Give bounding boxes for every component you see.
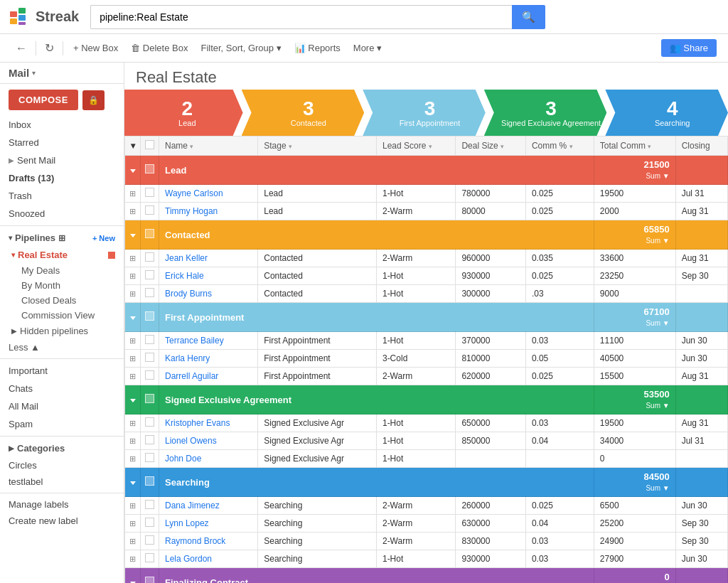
mail-header[interactable]: Mail ▾ (0, 63, 124, 84)
col-header-lead-score[interactable]: Lead Score ▾ (376, 137, 455, 156)
sidebar-item-testlabel[interactable]: testlabel (0, 474, 124, 490)
filter-sort-group-button[interactable]: Filter, Sort, Group ▾ (195, 40, 287, 56)
table-row[interactable]: ⊞ Dana Jimenez Searching 2-Warm 260000 0… (125, 497, 728, 515)
categories-section[interactable]: ▶ Categories (0, 439, 124, 457)
sidebar-item-sent[interactable]: ▶ Sent Mail (0, 151, 124, 169)
table-row[interactable]: ⊞ Wayne Carlson Lead 1-Hot 780000 0.025 … (125, 185, 728, 203)
sidebar-item-closed-deals[interactable]: Closed Deals (0, 293, 124, 308)
sidebar-item-inbox[interactable]: Inbox (0, 116, 124, 134)
group-chevron[interactable] (125, 385, 141, 414)
stage-first-appointment[interactable]: 3 First Appointment (363, 90, 486, 136)
table-row[interactable]: ⊞ Jean Keller Contacted 2-Warm 960000 0.… (125, 250, 728, 267)
table-row[interactable]: ⊞ Brody Burns Contacted 1-Hot 300000 .03… (125, 285, 728, 303)
row-expand-icon[interactable]: ⊞ (125, 450, 141, 468)
sidebar-item-circles[interactable]: Circles (0, 457, 124, 474)
col-header-deal-size[interactable]: Deal Size ▾ (456, 137, 526, 156)
row-expand-icon[interactable]: ⊞ (125, 550, 141, 568)
row-select[interactable] (141, 350, 159, 368)
row-expand-icon[interactable]: ⊞ (125, 515, 141, 533)
sidebar-item-create-label[interactable]: Create new label (0, 513, 124, 529)
row-expand-icon[interactable]: ⊞ (125, 432, 141, 450)
col-header-dropdown[interactable]: ▾ (125, 137, 141, 156)
sidebar-item-drafts[interactable]: Drafts (13) (0, 169, 124, 187)
col-header-name[interactable]: Name ▾ (159, 137, 258, 156)
row-select[interactable] (141, 550, 159, 568)
group-select[interactable] (141, 568, 159, 584)
row-select[interactable] (141, 185, 159, 203)
group-chevron[interactable] (125, 568, 141, 584)
stage-contacted[interactable]: 3 Contacted (242, 90, 365, 136)
group-select[interactable] (141, 468, 159, 497)
row-expand-icon[interactable]: ⊞ (125, 350, 141, 368)
sidebar-item-chats[interactable]: Chats (0, 380, 124, 397)
compose-button[interactable]: COMPOSE (9, 90, 78, 110)
row-select[interactable] (141, 450, 159, 468)
group-select[interactable] (141, 220, 159, 250)
sidebar-item-starred[interactable]: Starred (0, 134, 124, 151)
row-expand-icon[interactable]: ⊞ (125, 368, 141, 385)
sidebar-item-manage-labels[interactable]: Manage labels (0, 496, 124, 513)
row-select[interactable] (141, 414, 159, 432)
more-button[interactable]: More ▾ (348, 40, 387, 56)
group-select[interactable] (141, 303, 159, 332)
sidebar-item-important[interactable]: Important (0, 362, 124, 380)
row-select[interactable] (141, 432, 159, 450)
row-expand-icon[interactable]: ⊞ (125, 285, 141, 303)
new-box-button[interactable]: + New Box (68, 40, 124, 56)
table-row[interactable]: ⊞ Lionel Owens Signed Exclusive Agr 1-Ho… (125, 432, 728, 450)
refresh-button[interactable]: ↻ (41, 39, 58, 57)
sidebar-item-by-month[interactable]: By Month (0, 278, 124, 293)
reports-button[interactable]: 📊 Reports (289, 40, 346, 56)
col-header-stage[interactable]: Stage ▾ (258, 137, 377, 156)
pipelines-section-header[interactable]: ▾ Pipelines ⊞ + New (0, 229, 124, 247)
col-header-select[interactable] (141, 137, 159, 156)
col-header-total-comm[interactable]: Total Comm ▾ (594, 137, 675, 156)
table-row[interactable]: ⊞ John Doe Signed Exclusive Agr 1-Hot 0 (125, 450, 728, 468)
table-row[interactable]: ⊞ Darrell Aguilar First Appointment 2-Wa… (125, 368, 728, 385)
group-chevron[interactable] (125, 156, 141, 185)
row-expand-icon[interactable]: ⊞ (125, 203, 141, 220)
row-select[interactable] (141, 285, 159, 303)
col-header-closing[interactable]: Closing (675, 137, 727, 156)
row-select[interactable] (141, 515, 159, 533)
share-button[interactable]: 👥 Share (661, 39, 717, 57)
table-row[interactable]: ⊞ Lela Gordon Searching 1-Hot 930000 0.0… (125, 550, 728, 568)
stage-searching[interactable]: 4 Searching (605, 90, 728, 136)
search-button[interactable]: 🔍 (512, 5, 545, 29)
row-select[interactable] (141, 368, 159, 385)
table-row[interactable]: ⊞ Timmy Hogan Lead 2-Warm 80000 0.025 20… (125, 203, 728, 220)
group-select[interactable] (141, 156, 159, 185)
row-expand-icon[interactable]: ⊞ (125, 497, 141, 515)
table-row[interactable]: ⊞ Raymond Brock Searching 2-Warm 830000 … (125, 533, 728, 550)
sidebar-item-trash[interactable]: Trash (0, 187, 124, 205)
delete-box-button[interactable]: 🗑 Delete Box (125, 40, 193, 56)
row-select[interactable] (141, 250, 159, 267)
group-select[interactable] (141, 385, 159, 414)
row-select[interactable] (141, 533, 159, 550)
new-pipeline-link[interactable]: + New (92, 234, 115, 242)
row-select[interactable] (141, 497, 159, 515)
sidebar-item-less[interactable]: Less ▲ (0, 339, 124, 355)
back-button[interactable]: ← (11, 40, 31, 57)
sidebar-item-all-mail[interactable]: All Mail (0, 397, 124, 415)
sidebar-item-my-deals[interactable]: My Deals (0, 263, 124, 278)
row-expand-icon[interactable]: ⊞ (125, 414, 141, 432)
stage-signed-exclusive[interactable]: 3 Signed Exclusive Agreement (484, 90, 607, 136)
sidebar-item-spam[interactable]: Spam (0, 415, 124, 433)
search-input[interactable] (90, 5, 512, 29)
group-chevron[interactable] (125, 220, 141, 250)
row-expand-icon[interactable]: ⊞ (125, 250, 141, 267)
pipeline-real-estate[interactable]: ▾ Real Estate (0, 247, 124, 263)
group-chevron[interactable] (125, 303, 141, 332)
row-expand-icon[interactable]: ⊞ (125, 185, 141, 203)
row-select[interactable] (141, 203, 159, 220)
table-row[interactable]: ⊞ Terrance Bailey First Appointment 1-Ho… (125, 332, 728, 350)
table-row[interactable]: ⊞ Kristopher Evans Signed Exclusive Agr … (125, 414, 728, 432)
sidebar-item-hidden-pipelines[interactable]: ▶ Hidden pipelines (0, 323, 124, 339)
table-row[interactable]: ⊞ Lynn Lopez Searching 2-Warm 630000 0.0… (125, 515, 728, 533)
group-chevron[interactable] (125, 468, 141, 497)
row-select[interactable] (141, 267, 159, 285)
stage-lead[interactable]: 2 Lead (124, 90, 243, 136)
lock-button[interactable]: 🔒 (82, 90, 105, 110)
col-header-comm-pct[interactable]: Comm % ▾ (525, 137, 594, 156)
